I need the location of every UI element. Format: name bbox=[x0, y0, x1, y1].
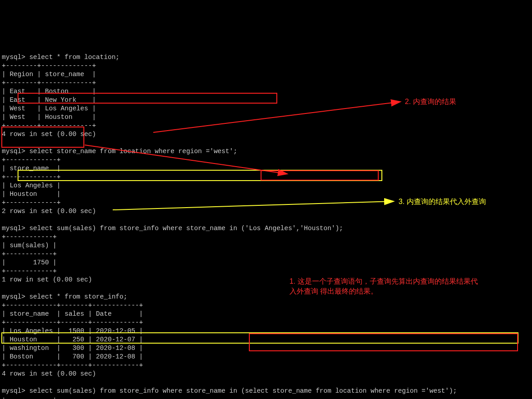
mysql-prompt: mysql> bbox=[2, 225, 25, 232]
highlight-box-inner-query bbox=[18, 93, 277, 104]
table-border: +-------------+-------+------------+ bbox=[2, 302, 143, 309]
table-row: | washington | 300 | 2020-12-08 | bbox=[2, 345, 143, 352]
query-5b: (select store_name from location where r… bbox=[241, 387, 457, 394]
highlight-box-subquery-clause bbox=[249, 333, 518, 351]
mysql-prompt: mysql> bbox=[2, 54, 25, 61]
mysql-prompt: mysql> bbox=[2, 387, 25, 394]
table-border: +-------------+ bbox=[2, 199, 61, 206]
mysql-prompt: mysql> bbox=[2, 293, 25, 300]
table-border: +------------+ bbox=[2, 396, 57, 399]
table-row: | 1750 | bbox=[2, 259, 57, 266]
table-border: +------------+ bbox=[2, 233, 57, 240]
result-footer: 1 row in set (0.00 sec) bbox=[2, 276, 92, 283]
query-4: select * from store_info; bbox=[29, 293, 128, 300]
table-border: +-------------+-------+------------+ bbox=[2, 319, 143, 326]
table-header: | sum(sales) | bbox=[2, 242, 57, 249]
query-1: select * from location; bbox=[29, 54, 119, 61]
table-border: +------------+ bbox=[2, 268, 57, 275]
annotation-3: 3. 内查询的结果代入外查询 bbox=[399, 197, 486, 207]
query-3a: select sum(sales) from store_info where … bbox=[29, 225, 241, 232]
mysql-prompt: mysql> bbox=[2, 148, 25, 155]
table-border: +-------------+ bbox=[2, 156, 61, 163]
highlight-box-inner-result bbox=[1, 127, 84, 148]
table-row: | West | Houston | bbox=[2, 113, 96, 121]
query-5a: select sum(sales) from store_info where … bbox=[29, 387, 241, 394]
result-footer: 4 rows in set (0.00 sec) bbox=[2, 370, 96, 377]
table-border: +------------+ bbox=[2, 250, 57, 258]
annotation-2: 2. 内查询的结果 bbox=[405, 97, 456, 107]
table-row: | Los Angeles | bbox=[2, 182, 61, 189]
table-row: | West | Los Angeles | bbox=[2, 105, 96, 112]
table-row: | Boston | 700 | 2020-12-08 | bbox=[2, 353, 143, 360]
table-header: | Region | store_name | bbox=[2, 71, 96, 78]
table-row: | Houston | bbox=[2, 190, 61, 198]
table-border: +-------------+-------+------------+ bbox=[2, 362, 143, 369]
annotation-1: 1. 这是一个子查询语句，子查询先算出内查询的结果结果代入外查询 得出最终的结果… bbox=[289, 277, 479, 296]
table-border: +--------+-------------+ bbox=[2, 62, 96, 69]
result-footer: 2 rows in set (0.00 sec) bbox=[2, 208, 96, 215]
highlight-box-substituted-values bbox=[261, 170, 379, 181]
query-3b: ('Los Angeles','Houston'); bbox=[241, 225, 343, 232]
table-border: +--------+-------------+ bbox=[2, 79, 96, 86]
table-header: | store_name | sales | Date | bbox=[2, 310, 143, 317]
query-2: select store_name from location where re… bbox=[29, 148, 237, 155]
